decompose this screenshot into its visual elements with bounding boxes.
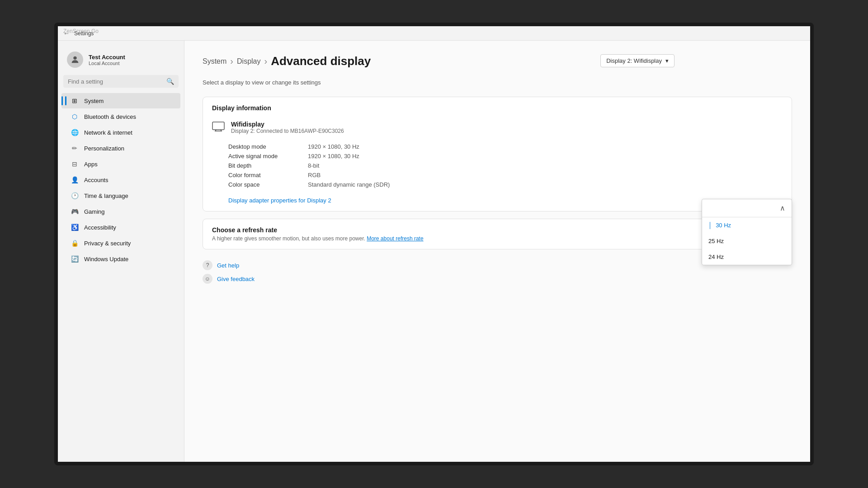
system-icon: ⊞ <box>71 97 79 105</box>
svg-rect-1 <box>212 122 224 130</box>
refresh-option-30hz-label: 30 Hz <box>716 222 731 229</box>
refresh-desc-text: A higher rate gives smoother motion, but… <box>212 235 365 242</box>
privacy-icon: 🔒 <box>71 239 79 247</box>
sidebar-label-apps: Apps <box>84 161 98 168</box>
refresh-rate-dropdown-panel: ∧ 30 Hz 25 Hz 24 Hz <box>702 199 792 265</box>
accessibility-icon: ♿ <box>71 223 79 231</box>
accounts-icon: 👤 <box>71 176 79 184</box>
apps-icon: ⊟ <box>71 160 79 168</box>
chevron-down-icon: ▾ <box>665 57 669 64</box>
give-feedback-item[interactable]: ☺ Give feedback <box>203 274 792 284</box>
display-device: Wifidisplay Display 2: Connected to MB16… <box>203 115 792 141</box>
display-info-section: Display information Wifidisplay <box>203 97 792 211</box>
user-section: Test Account Local Account <box>58 48 184 75</box>
spec-value-4: Standard dynamic range (SDR) <box>308 181 398 188</box>
sidebar-item-bluetooth[interactable]: ⬡ Bluetooth & devices <box>61 109 180 124</box>
page-subtitle: Select a display to view or change its s… <box>203 79 792 86</box>
sidebar-item-network[interactable]: 🌐 Network & internet <box>61 125 180 140</box>
sidebar-label-gaming: Gaming <box>84 208 105 215</box>
network-icon: 🌐 <box>71 128 79 136</box>
time-icon: 🕐 <box>71 192 79 200</box>
sidebar-label-accounts: Accounts <box>84 177 108 183</box>
personalization-icon: ✏ <box>71 144 79 152</box>
refresh-desc: A higher rate gives smoother motion, but… <box>212 235 783 242</box>
refresh-option-25hz-label: 25 Hz <box>708 238 724 244</box>
sidebar-item-system[interactable]: ⊞ System <box>61 93 180 108</box>
refresh-rate-link[interactable]: More about refresh rate <box>367 235 423 242</box>
gaming-icon: 🎮 <box>71 207 79 216</box>
screen: ← Settings Test Account Local Account <box>58 26 810 462</box>
sidebar: Test Account Local Account 🔍 ⊞ System <box>58 41 184 462</box>
spec-value-0: 1920 × 1080, 30 Hz <box>308 143 398 150</box>
sidebar-item-personalization[interactable]: ✏ Personalization <box>61 141 180 156</box>
sidebar-item-windows-update[interactable]: 🔄 Windows Update <box>61 251 180 267</box>
sidebar-item-accessibility[interactable]: ♿ Accessibility <box>61 220 180 235</box>
sidebar-label-time: Time & language <box>84 192 128 199</box>
avatar <box>67 52 83 68</box>
refresh-title: Choose a refresh rate <box>212 226 783 234</box>
sidebar-item-time[interactable]: 🕐 Time & language <box>61 188 180 203</box>
sidebar-label-bluetooth: Bluetooth & devices <box>84 113 136 120</box>
refresh-option-24hz[interactable]: 24 Hz <box>702 249 792 265</box>
spec-value-3: RGB <box>308 172 398 178</box>
display-specs: Desktop mode 1920 × 1080, 30 Hz Active s… <box>203 141 792 195</box>
display-dropdown[interactable]: Display 2: Wifidisplay ▾ <box>600 54 675 67</box>
display-info-header: Display information <box>203 97 792 115</box>
windows-update-icon: 🔄 <box>71 255 79 263</box>
sidebar-item-accounts[interactable]: 👤 Accounts <box>61 172 180 188</box>
main-layout: Test Account Local Account 🔍 ⊞ System <box>58 41 810 462</box>
dropdown-panel-header: ∧ <box>702 199 792 217</box>
spec-value-2: 8-bit <box>308 162 398 169</box>
sidebar-item-privacy[interactable]: 🔒 Privacy & security <box>61 235 180 251</box>
sidebar-label-network: Network & internet <box>84 129 132 136</box>
nav-system-wrapper: ⊞ System <box>58 93 184 108</box>
display-device-name: Wifidisplay <box>231 121 344 128</box>
user-type: Local Account <box>89 61 125 66</box>
spec-label-0: Desktop mode <box>228 143 301 150</box>
app-label: ZenScreen Go <box>63 28 99 34</box>
refresh-option-25hz[interactable]: 25 Hz <box>702 233 792 249</box>
display-device-info: Wifidisplay Display 2: Connected to MB16… <box>231 121 344 134</box>
titlebar: ← Settings <box>58 26 810 41</box>
give-feedback-label: Give feedback <box>217 276 255 282</box>
bluetooth-icon: ⬡ <box>71 113 79 121</box>
breadcrumb-sep2: › <box>264 56 267 66</box>
monitor-icon <box>212 122 225 134</box>
user-info: Test Account Local Account <box>89 54 125 66</box>
search-icon: 🔍 <box>166 78 174 85</box>
sidebar-item-apps[interactable]: ⊟ Apps <box>61 156 180 172</box>
breadcrumb-display[interactable]: Display <box>237 57 260 66</box>
search-input[interactable] <box>68 78 163 85</box>
refresh-option-24hz-label: 24 Hz <box>708 253 724 260</box>
breadcrumb-advanced: Advanced display <box>271 54 371 68</box>
sidebar-label-system: System <box>84 98 104 104</box>
sidebar-item-gaming[interactable]: 🎮 Gaming <box>61 204 180 219</box>
give-feedback-icon: ☺ <box>203 274 212 284</box>
display-selector-area: Display 2: Wifidisplay ▾ <box>600 54 675 67</box>
get-help-label: Get help <box>217 262 239 269</box>
monitor-frame: ZenScreen Go ← Settings Test Account <box>54 23 814 465</box>
display-dropdown-label: Display 2: Wifidisplay <box>606 57 662 64</box>
spec-value-1: 1920 × 1080, 30 Hz <box>308 153 398 160</box>
breadcrumb: System › Display › Advanced display <box>203 54 792 68</box>
breadcrumb-system[interactable]: System <box>203 57 226 66</box>
get-help-icon: ? <box>203 260 212 270</box>
spec-label-3: Color format <box>228 172 301 178</box>
spec-label-1: Active signal mode <box>228 153 301 160</box>
user-name: Test Account <box>89 54 125 61</box>
display-device-subtitle: Display 2: Connected to MB16AWP-E90C3026 <box>231 128 344 134</box>
sidebar-label-accessibility: Accessibility <box>84 224 116 231</box>
svg-point-0 <box>73 56 76 60</box>
collapse-button[interactable]: ∧ <box>780 204 785 212</box>
spec-label-2: Bit depth <box>228 162 301 169</box>
search-box[interactable]: 🔍 <box>63 75 179 88</box>
refresh-option-30hz[interactable]: 30 Hz <box>702 217 792 233</box>
content-area: Display 2: Wifidisplay ▾ System › Displa… <box>184 41 810 462</box>
breadcrumb-sep1: › <box>230 56 233 66</box>
spec-label-4: Color space <box>228 181 301 188</box>
sidebar-label-windows-update: Windows Update <box>84 256 128 263</box>
sidebar-label-personalization: Personalization <box>84 145 124 152</box>
sidebar-label-privacy: Privacy & security <box>84 240 131 247</box>
